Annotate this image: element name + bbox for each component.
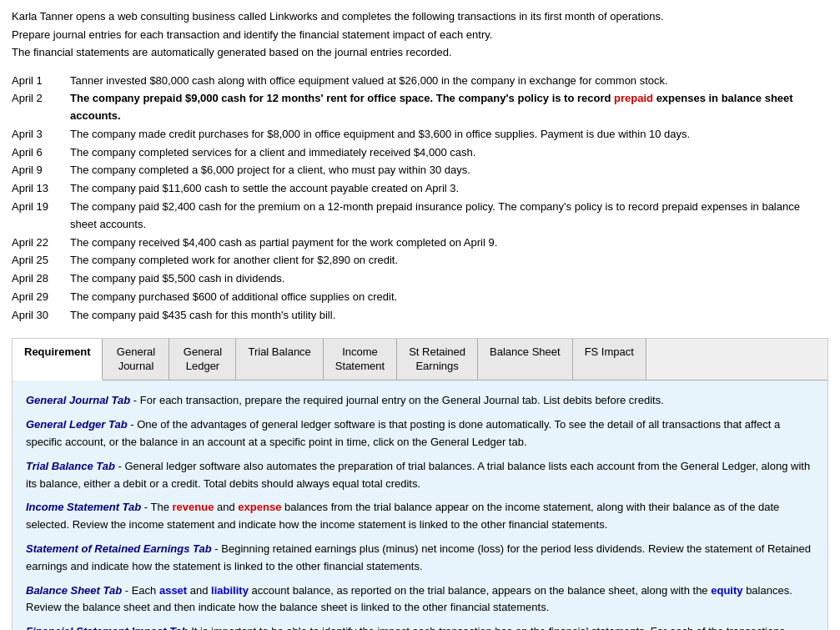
- tab-balance-sheet[interactable]: Balance Sheet: [478, 339, 573, 381]
- tab-general-ledger[interactable]: GeneralLedger: [169, 339, 236, 381]
- transaction-row: April 19 The company paid $2,400 cash fo…: [12, 199, 828, 234]
- general-journal-tab-desc: General Journal Tab - For each transacti…: [26, 392, 814, 410]
- balance-sheet-tab-desc: Balance Sheet Tab - Each asset and liabi…: [26, 582, 814, 617]
- tab-requirement[interactable]: Requirement: [13, 339, 103, 381]
- transaction-row: April 3 The company made credit purchase…: [12, 126, 828, 144]
- transaction-row: April 1 Tanner invested $80,000 cash alo…: [12, 73, 828, 90]
- fs-impact-tab-desc: Financial Statement Impact Tab It is imp…: [26, 623, 814, 630]
- intro-line2: Prepare journal entries for each transac…: [12, 27, 828, 43]
- trial-balance-tab-desc: Trial Balance Tab - General ledger softw…: [26, 458, 814, 493]
- income-statement-tab-desc: Income Statement Tab - The revenue and e…: [26, 499, 814, 534]
- transaction-row: April 30 The company paid $435 cash for …: [12, 307, 828, 325]
- tab-income-statement[interactable]: IncomeStatement: [324, 339, 397, 381]
- tab-general-journal[interactable]: GeneralJournal: [103, 339, 169, 381]
- transaction-row: April 22 The company received $4,400 cas…: [12, 234, 828, 252]
- transaction-row: April 6 The company completed services f…: [12, 144, 828, 162]
- transaction-row: April 29 The company purchased $600 of a…: [12, 289, 828, 306]
- transaction-row: April 28 The company paid $5,500 cash in…: [12, 270, 828, 288]
- transactions-section: April 1 Tanner invested $80,000 cash alo…: [12, 73, 828, 325]
- transaction-row: April 9 The company completed a $6,000 p…: [12, 162, 828, 179]
- tab-fs-impact[interactable]: FS Impact: [573, 339, 646, 381]
- tab-trial-balance[interactable]: Trial Balance: [236, 339, 323, 381]
- intro-section: Karla Tanner opens a web consulting busi…: [12, 8, 828, 61]
- retained-earnings-tab-desc: Statement of Retained Earnings Tab - Beg…: [26, 541, 814, 576]
- transaction-row: April 25 The company completed work for …: [12, 252, 828, 270]
- tab-content-requirement: General Journal Tab - For each transacti…: [13, 381, 827, 630]
- transaction-row: April 13 The company paid $11,600 cash t…: [12, 180, 828, 198]
- intro-line3: The financial statements are automatical…: [12, 44, 828, 61]
- transaction-row: April 2 The company prepaid $9,000 cash …: [12, 90, 828, 125]
- tab-st-retained-earnings[interactable]: St RetainedEarnings: [397, 339, 478, 381]
- tabs-row: Requirement GeneralJournal GeneralLedger…: [13, 339, 827, 381]
- general-ledger-tab-desc: General Ledger Tab - One of the advantag…: [26, 416, 814, 451]
- tabs-container: Requirement GeneralJournal GeneralLedger…: [12, 338, 828, 630]
- intro-line1: Karla Tanner opens a web consulting busi…: [12, 8, 828, 25]
